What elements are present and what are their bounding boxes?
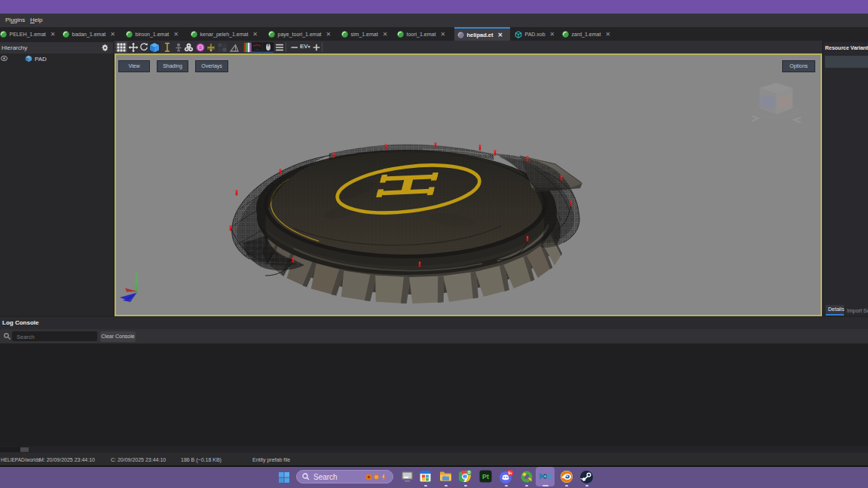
svg-text:Pt: Pt <box>482 473 489 480</box>
svg-text:9+: 9+ <box>508 471 512 475</box>
svg-text:D: D <box>468 470 471 474</box>
